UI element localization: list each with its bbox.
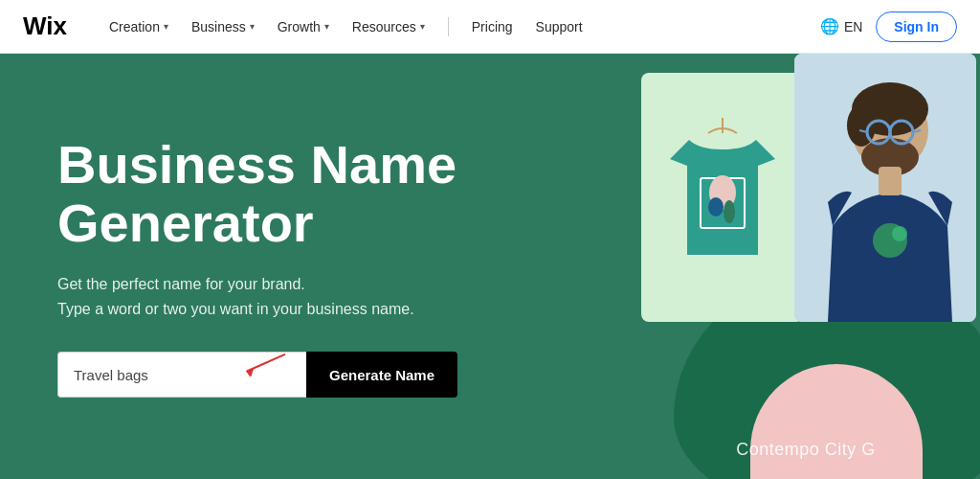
nav-growth[interactable]: Growth ▾ <box>268 13 339 40</box>
contempo-label: Contempo City G <box>632 440 980 460</box>
nav-resources[interactable]: Resources ▾ <box>343 13 434 40</box>
wix-logo[interactable]: Wix <box>23 11 69 42</box>
sign-in-button[interactable]: Sign In <box>876 11 957 42</box>
tshirt-card <box>641 73 804 322</box>
svg-point-15 <box>708 197 724 217</box>
svg-point-16 <box>724 200 735 223</box>
hero-subtitle: Get the perfect name for your brand. Typ… <box>57 272 574 321</box>
chevron-down-icon: ▾ <box>250 21 255 32</box>
hero-content: Business Name Generator Get the perfect … <box>0 54 632 479</box>
nav-pricing[interactable]: Pricing <box>462 13 523 40</box>
generate-name-button[interactable]: Generate Name <box>306 352 457 398</box>
nav-support[interactable]: Support <box>526 13 592 40</box>
nav-right: 🌐 EN Sign In <box>820 11 957 42</box>
svg-text:Wix: Wix <box>23 11 68 38</box>
navbar: Wix Creation ▾ Business ▾ Growth ▾ Resou… <box>0 0 980 54</box>
hero-section: Business Name Generator Get the perfect … <box>0 54 980 479</box>
chevron-down-icon: ▾ <box>164 21 168 32</box>
nav-business[interactable]: Business ▾ <box>182 13 264 40</box>
svg-rect-29 <box>879 167 902 195</box>
nav-creation[interactable]: Creation ▾ <box>100 13 178 40</box>
hero-illustration: Contempo City G <box>632 54 980 479</box>
chevron-down-icon: ▾ <box>324 21 329 32</box>
nav-links: Creation ▾ Business ▾ Growth ▾ Resources… <box>100 13 820 40</box>
language-selector[interactable]: 🌐 EN <box>820 17 862 35</box>
globe-icon: 🌐 <box>820 17 839 35</box>
arrow-indicator <box>239 346 297 380</box>
hero-title: Business Name Generator <box>57 135 574 253</box>
nav-divider <box>448 17 449 36</box>
chevron-down-icon: ▾ <box>420 21 425 32</box>
svg-point-28 <box>892 226 907 241</box>
person-card <box>794 54 976 322</box>
search-row: Generate Name <box>57 352 574 398</box>
